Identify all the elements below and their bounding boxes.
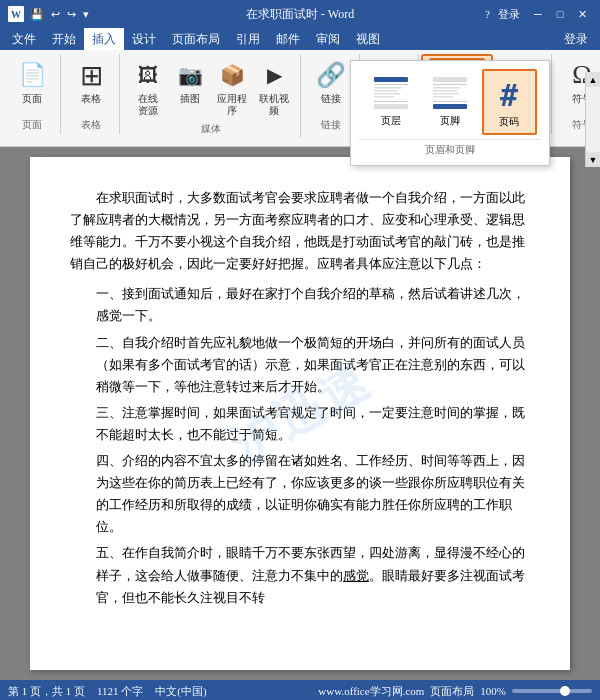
menu-mail[interactable]: 邮件 — [268, 28, 308, 50]
svg-rect-19 — [433, 93, 459, 95]
svg-rect-18 — [433, 90, 457, 92]
pagenum-dropdown-label: 页码 — [499, 115, 519, 129]
table-label: 表格 — [81, 93, 101, 105]
ribbon-scroll: ▲ ▼ — [585, 72, 600, 167]
svg-rect-8 — [374, 84, 408, 85]
video-label: 联机视频 — [259, 93, 289, 117]
dropdown-header[interactable]: 页层 — [364, 69, 419, 135]
zoom-thumb — [560, 686, 570, 696]
group-label-link: 链接 — [321, 118, 341, 132]
ribbon-btn-online[interactable]: 🖼 在线资源 — [128, 54, 168, 120]
save-qa-btn[interactable]: 💾 — [28, 6, 46, 23]
minimize-btn[interactable]: ─ — [528, 4, 548, 24]
group-label-page: 页面 — [22, 118, 42, 132]
window-title: 在求职面试时 - Word — [246, 6, 354, 23]
menu-login[interactable]: 登录 — [556, 28, 596, 50]
maximize-btn[interactable]: □ — [550, 4, 570, 24]
document-page: 沪迅速 在求职面试时，大多数面试考官会要求应聘者做一个自我介绍，一方面以此了解应… — [30, 157, 570, 670]
ribbon-btn-pic[interactable]: 📷 插图 — [170, 54, 210, 114]
document-content[interactable]: 在求职面试时，大多数面试考官会要求应聘者做一个自我介绍，一方面以此了解应聘者的大… — [70, 187, 530, 609]
page-icon: 📄 — [16, 59, 48, 91]
ribbon-btn-table[interactable]: ⊞ 表格 — [69, 54, 113, 114]
redo-qa-btn[interactable]: ↪ — [65, 6, 78, 23]
ribbon: 📄 页面 页面 ⊞ 表格 表格 🖼 在线资源 📷 插图 — [0, 50, 600, 147]
website-text: www.office学习网.com — [318, 684, 424, 699]
close-btn[interactable]: ✕ — [572, 4, 592, 24]
status-left: 第 1 页，共 1 页 1121 个字 中文(中国) — [8, 684, 207, 699]
zoom-slider[interactable] — [512, 689, 592, 693]
title-bar-left: W 💾 ↩ ↪ ▾ — [8, 6, 91, 23]
title-bar: W 💾 ↩ ↪ ▾ 在求职面试时 - Word ? 登录 ─ □ ✕ — [0, 0, 600, 28]
footer-dropdown-label: 页脚 — [440, 114, 460, 128]
svg-rect-14 — [374, 104, 408, 109]
svg-rect-22 — [433, 104, 467, 109]
status-bar: 第 1 页，共 1 页 1121 个字 中文(中国) www.office学习网… — [0, 680, 600, 700]
ribbon-btn-video[interactable]: ▶ 联机视频 — [254, 54, 294, 120]
dropdown-group-label: 页眉和页脚 — [359, 139, 541, 157]
scroll-up-btn[interactable]: ▲ — [586, 72, 601, 87]
svg-rect-17 — [433, 87, 461, 89]
header-dropdown-label: 页层 — [381, 114, 401, 128]
language: 中文(中国) — [155, 684, 206, 699]
ribbon-group-media: 🖼 在线资源 📷 插图 📦 应用程序 ▶ 联机视频 媒体 — [122, 54, 301, 138]
para-6: 五、在作自我简介时，眼睛千万不要东张西望，四处游离，显得漫不经心的样子，这会给人… — [70, 542, 530, 608]
document-area: 沪迅速 在求职面试时，大多数面试考官会要求应聘者做一个自我介绍，一方面以此了解应… — [0, 147, 600, 680]
menu-file[interactable]: 文件 — [4, 28, 44, 50]
menu-view[interactable]: 视图 — [348, 28, 388, 50]
para-3: 二、自我介绍时首先应礼貌地做一个极简短的开场白，并问所有的面试人员（如果有多个面… — [70, 332, 530, 398]
online-icon: 🖼 — [132, 59, 164, 91]
dropdown-pagenum[interactable]: # 页码 — [482, 69, 537, 135]
table-icon: ⊞ — [75, 59, 107, 91]
ribbon-group-table: ⊞ 表格 表格 — [63, 54, 120, 134]
video-icon: ▶ — [258, 59, 290, 91]
menu-layout[interactable]: 页面布局 — [164, 28, 228, 50]
para-5: 四、介绍的内容不宜太多的停留在诸如姓名、工作经历、时间等等西上，因为这些在你的简… — [70, 450, 530, 538]
ribbon-btn-link[interactable]: 🔗 链接 — [309, 54, 353, 114]
scroll-down-btn[interactable]: ▼ — [586, 152, 601, 167]
pagenum-dropdown-icon: # — [489, 75, 529, 115]
svg-rect-9 — [374, 87, 402, 89]
footer-dropdown-icon — [430, 74, 470, 114]
layout-mode[interactable]: 页面布局 — [430, 684, 474, 699]
group-label-table: 表格 — [81, 118, 101, 132]
svg-rect-20 — [433, 96, 453, 98]
menu-insert[interactable]: 插入 — [84, 28, 124, 50]
ribbon-btn-app[interactable]: 📦 应用程序 — [212, 54, 252, 120]
ribbon-btn-page[interactable]: 📄 页面 — [10, 54, 54, 114]
help-btn[interactable]: ? — [485, 8, 490, 20]
app-label: 应用程序 — [217, 93, 247, 117]
para-4: 三、注意掌握时间，如果面试考官规定了时间，一定要注意时间的掌握，既不能超时太长，… — [70, 402, 530, 446]
dropdown-items: 页层 页脚 # — [359, 69, 541, 135]
undo-qa-btn[interactable]: ↩ — [49, 6, 62, 23]
dropdown-footer[interactable]: 页脚 — [423, 69, 478, 135]
picture-icon: 📷 — [174, 59, 206, 91]
svg-rect-21 — [433, 101, 467, 102]
word-count: 1121 个字 — [97, 684, 143, 699]
menu-bar: 文件 开始 插入 设计 页面布局 引用 邮件 审阅 视图 登录 — [0, 28, 600, 50]
para-2: 一、接到面试通知后，最好在家打个自我介绍的草稿，然后试着讲述几次，感觉一下。 — [70, 283, 530, 327]
menu-references[interactable]: 引用 — [228, 28, 268, 50]
word-icon: W — [8, 6, 24, 22]
page-label: 页面 — [22, 93, 42, 105]
group-label-media: 媒体 — [201, 122, 221, 136]
menu-home[interactable]: 开始 — [44, 28, 84, 50]
menu-review[interactable]: 审阅 — [308, 28, 348, 50]
para-1: 在求职面试时，大多数面试考官会要求应聘者做一个自我介绍，一方面以此了解应聘者的大… — [70, 187, 530, 275]
zoom-level: 100% — [480, 685, 506, 697]
ribbon-group-page: 📄 页面 页面 — [4, 54, 61, 134]
svg-rect-13 — [374, 101, 408, 102]
picture-label: 插图 — [180, 93, 200, 105]
more-qa-btn[interactable]: ▾ — [81, 6, 91, 23]
login-btn[interactable]: 登录 — [498, 7, 520, 22]
media-row: 🖼 在线资源 📷 插图 📦 应用程序 ▶ 联机视频 — [128, 54, 294, 120]
svg-rect-10 — [374, 90, 398, 92]
svg-rect-16 — [433, 84, 467, 85]
svg-rect-12 — [374, 96, 394, 98]
menu-design[interactable]: 设计 — [124, 28, 164, 50]
highlight-span: 感觉 — [343, 568, 369, 583]
app-icon: 📦 — [216, 59, 248, 91]
title-bar-controls: ? 登录 ─ □ ✕ — [485, 4, 592, 24]
quick-access-toolbar: 💾 ↩ ↪ ▾ — [28, 6, 91, 23]
svg-rect-7 — [374, 77, 408, 82]
header-dropdown-icon — [371, 74, 411, 114]
